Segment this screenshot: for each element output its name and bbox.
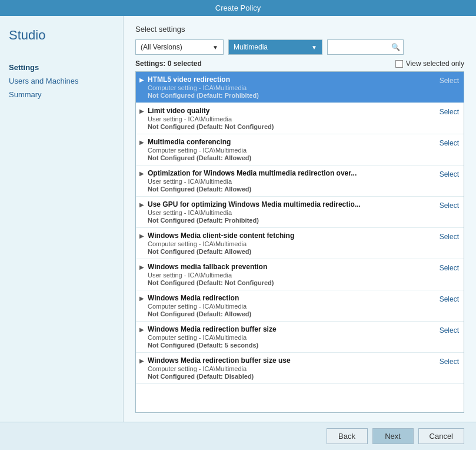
setting-expand-limit-video: ▶ — [139, 108, 144, 114]
setting-name-html5-video: HTML5 video redirection — [148, 75, 434, 84]
back-button[interactable]: Back — [327, 428, 368, 444]
sidebar-item-users-machines[interactable]: Users and Machines — [9, 74, 114, 88]
setting-item-windows-media-redirect[interactable]: ▶ Windows Media redirection Computer set… — [136, 290, 464, 322]
setting-meta-limit-video: User setting - ICA\Multimedia — [148, 115, 434, 123]
select-link-windows-media-client[interactable]: Select — [440, 233, 459, 241]
setting-meta-windows-media-buffer-use: Computer setting - ICA\Multimedia — [148, 365, 434, 372]
setting-meta-html5-video: Computer setting - ICA\Multimedia — [148, 84, 434, 91]
setting-meta-use-gpu: User setting - ICA\Multimedia — [148, 209, 434, 216]
setting-info-multimedia-conf: Multimedia conferencing Computer setting… — [148, 138, 434, 161]
setting-info-html5-video: HTML5 video redirection Computer setting… — [148, 75, 434, 99]
setting-item-html5-video[interactable]: ▶ HTML5 video redirection Computer setti… — [136, 72, 464, 103]
setting-expand-html5-video: ▶ — [139, 77, 144, 83]
section-title: Select settings — [135, 25, 464, 34]
cancel-button[interactable]: Cancel — [418, 428, 464, 444]
setting-name-windows-media-fallback: Windows media fallback prevention — [148, 263, 434, 271]
setting-info-windows-media-buffer: Windows Media redirection buffer size Co… — [148, 325, 434, 349]
setting-name-limit-video: Limit video quality — [148, 107, 434, 115]
settings-list: ▶ HTML5 video redirection Computer setti… — [135, 71, 464, 413]
setting-item-limit-video[interactable]: ▶ Limit video quality User setting - ICA… — [136, 103, 464, 134]
setting-meta-windows-media-redirect: Computer setting - ICA\Multimedia — [148, 303, 434, 310]
next-button[interactable]: Next — [372, 428, 414, 444]
search-icon: 🔍 — [391, 43, 400, 51]
setting-name-windows-media-client: Windows Media client-side content fetchi… — [148, 231, 434, 240]
search-box[interactable]: 🔍 — [327, 39, 404, 55]
setting-default-windows-media-fallback: Not Configured (Default: Not Configured) — [148, 279, 434, 286]
select-link-html5-video[interactable]: Select — [440, 77, 459, 85]
footer: Back Next Cancel — [0, 422, 476, 450]
setting-expand-optimization-windows: ▶ — [139, 170, 144, 177]
setting-item-windows-media-buffer[interactable]: ▶ Windows Media redirection buffer size … — [136, 322, 464, 353]
setting-info-optimization-windows: Optimization for Windows Media multimedi… — [148, 169, 434, 193]
setting-expand-multimedia-conf: ▶ — [139, 139, 144, 145]
status-row: Settings: 0 selected View selected only — [135, 59, 464, 68]
select-link-windows-media-fallback[interactable]: Select — [440, 264, 459, 272]
category-dropdown-arrow: ▼ — [311, 44, 317, 51]
setting-expand-windows-media-buffer: ▶ — [139, 326, 144, 333]
setting-default-windows-media-buffer: Not Configured (Default: 5 seconds) — [148, 342, 434, 349]
setting-name-multimedia-conf: Multimedia conferencing — [148, 138, 434, 146]
setting-expand-windows-media-client: ▶ — [139, 233, 144, 239]
setting-default-windows-media-redirect: Not Configured (Default: Allowed) — [148, 310, 434, 317]
setting-info-limit-video: Limit video quality User setting - ICA\M… — [148, 107, 434, 130]
setting-meta-multimedia-conf: Computer setting - ICA\Multimedia — [148, 147, 434, 154]
category-dropdown[interactable]: Multimedia ▼ — [228, 39, 322, 55]
setting-name-windows-media-buffer: Windows Media redirection buffer size — [148, 325, 434, 333]
setting-default-windows-media-buffer-use: Not Configured (Default: Disabled) — [148, 373, 434, 380]
setting-name-windows-media-buffer-use: Windows Media redirection buffer size us… — [148, 356, 434, 365]
versions-dropdown[interactable]: (All Versions) ▼ — [135, 39, 224, 55]
setting-item-windows-media-client[interactable]: ▶ Windows Media client-side content fetc… — [136, 228, 464, 259]
setting-default-optimization-windows: Not Configured (Default: Allowed) — [148, 186, 434, 193]
select-link-windows-media-buffer-use[interactable]: Select — [440, 358, 459, 366]
setting-info-windows-media-fallback: Windows media fallback prevention User s… — [148, 263, 434, 286]
setting-expand-windows-media-fallback: ▶ — [139, 264, 144, 270]
category-dropdown-label: Multimedia — [234, 43, 268, 51]
filters-row: (All Versions) ▼ Multimedia ▼ 🔍 — [135, 39, 464, 55]
view-selected-container[interactable]: View selected only — [395, 59, 464, 68]
select-link-multimedia-conf[interactable]: Select — [440, 139, 459, 147]
setting-meta-windows-media-client: Computer setting - ICA\Multimedia — [148, 240, 434, 247]
search-input[interactable] — [332, 43, 391, 51]
setting-item-use-gpu[interactable]: ▶ Use GPU for optimizing Windows Media m… — [136, 197, 464, 228]
content-area: Select settings (All Versions) ▼ Multime… — [124, 16, 476, 422]
setting-info-windows-media-buffer-use: Windows Media redirection buffer size us… — [148, 356, 434, 380]
settings-count-value: 0 selected — [168, 59, 202, 68]
setting-expand-windows-media-redirect: ▶ — [139, 295, 144, 302]
setting-item-windows-media-fallback[interactable]: ▶ Windows media fallback prevention User… — [136, 259, 464, 290]
setting-default-html5-video: Not Configured (Default: Prohibited) — [148, 92, 434, 99]
settings-count-label: Settings: — [135, 59, 165, 68]
setting-item-multimedia-conf[interactable]: ▶ Multimedia conferencing Computer setti… — [136, 134, 464, 166]
select-link-use-gpu[interactable]: Select — [440, 201, 459, 210]
settings-count: Settings: 0 selected — [135, 59, 202, 68]
window-title: Create Policy — [215, 4, 261, 12]
setting-info-use-gpu: Use GPU for optimizing Windows Media mul… — [148, 200, 434, 224]
setting-default-windows-media-client: Not Configured (Default: Allowed) — [148, 248, 434, 255]
sidebar-title: Studio — [9, 28, 114, 43]
select-link-optimization-windows[interactable]: Select — [440, 170, 459, 178]
setting-expand-windows-media-buffer-use: ▶ — [139, 358, 144, 364]
view-selected-label: View selected only — [406, 59, 464, 68]
setting-item-optimization-windows[interactable]: ▶ Optimization for Windows Media multime… — [136, 166, 464, 197]
sidebar: Studio Settings Users and Machines Summa… — [0, 16, 124, 422]
setting-meta-windows-media-buffer: Computer setting - ICA\Multimedia — [148, 334, 434, 341]
select-link-windows-media-redirect[interactable]: Select — [440, 295, 459, 303]
sidebar-item-settings[interactable]: Settings — [9, 61, 114, 74]
setting-default-multimedia-conf: Not Configured (Default: Allowed) — [148, 154, 434, 161]
view-selected-checkbox[interactable] — [395, 60, 403, 68]
setting-meta-optimization-windows: User setting - ICA\Multimedia — [148, 178, 434, 185]
setting-meta-windows-media-fallback: User setting - ICA\Multimedia — [148, 272, 434, 279]
select-link-windows-media-buffer[interactable]: Select — [440, 326, 459, 335]
setting-name-optimization-windows: Optimization for Windows Media multimedi… — [148, 169, 434, 177]
versions-dropdown-arrow: ▼ — [212, 44, 218, 51]
setting-info-windows-media-client: Windows Media client-side content fetchi… — [148, 231, 434, 255]
setting-item-windows-media-buffer-use[interactable]: ▶ Windows Media redirection buffer size … — [136, 353, 464, 384]
setting-name-use-gpu: Use GPU for optimizing Windows Media mul… — [148, 200, 434, 209]
setting-default-limit-video: Not Configured (Default: Not Configured) — [148, 123, 434, 130]
setting-info-windows-media-redirect: Windows Media redirection Computer setti… — [148, 294, 434, 317]
versions-dropdown-label: (All Versions) — [141, 43, 182, 51]
setting-default-use-gpu: Not Configured (Default: Prohibited) — [148, 217, 434, 224]
sidebar-item-summary[interactable]: Summary — [9, 88, 114, 101]
title-bar: Create Policy — [0, 0, 476, 16]
select-link-limit-video[interactable]: Select — [440, 108, 459, 116]
setting-name-windows-media-redirect: Windows Media redirection — [148, 294, 434, 302]
